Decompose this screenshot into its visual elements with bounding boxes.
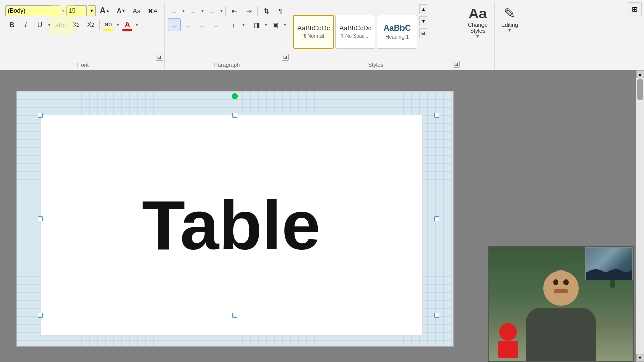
- handle-mid-top[interactable]: [232, 113, 237, 118]
- multilevel-list-button[interactable]: ≡: [205, 4, 218, 17]
- paragraph-row1: ≡ ▼ ≡ ▼ ≡ ▼ ⇤ ⇥ ⇅ ¶: [168, 4, 287, 17]
- change-styles-dropdown[interactable]: ▼: [475, 34, 480, 39]
- line-spacing-dropdown[interactable]: ▼: [242, 23, 246, 27]
- style-normal-card[interactable]: AaBbCcDc ¶ Normal: [293, 15, 334, 49]
- align-center-icon: ≡: [186, 21, 190, 29]
- italic-button[interactable]: I: [19, 18, 32, 31]
- style-cards-container: AaBbCcDc ¶ Normal AaBbCcDc ¶ No Spaci...…: [293, 4, 417, 59]
- font-group-dialog-launcher[interactable]: ⊡: [156, 54, 163, 61]
- line-spacing-button[interactable]: ↕: [227, 18, 240, 31]
- elmo-head: [499, 323, 517, 341]
- underline-dropdown[interactable]: ▼: [47, 23, 51, 27]
- bullet-list-button[interactable]: ≡: [168, 4, 181, 17]
- styles-scroll-down[interactable]: ▼: [419, 16, 427, 26]
- numbered-list-button[interactable]: ≡: [187, 4, 200, 17]
- numbering-dropdown[interactable]: ▼: [201, 9, 205, 13]
- editing-section[interactable]: ✎ Editing ▼: [495, 2, 525, 70]
- style-normal-preview: AaBbCcDc: [298, 24, 330, 32]
- outdent-button[interactable]: ⇤: [228, 4, 241, 17]
- font-name-dropdown-arrow[interactable]: ▼: [61, 9, 65, 13]
- style-nospacing-card[interactable]: AaBbCcDc ¶ No Spaci...: [335, 15, 375, 49]
- font-name-input[interactable]: [5, 5, 60, 16]
- multilevel-dropdown[interactable]: ▼: [219, 9, 223, 13]
- font-separator: [99, 20, 100, 30]
- align-left-button[interactable]: ≡: [168, 18, 181, 31]
- styles-group-dialog-launcher[interactable]: ⊡: [453, 61, 460, 68]
- align-center-button[interactable]: ≡: [182, 18, 195, 31]
- font-color-dropdown[interactable]: ▼: [135, 23, 139, 27]
- font-group-label: Font: [77, 62, 89, 68]
- elmo-toy: [497, 323, 519, 356]
- list-separator: [225, 6, 226, 16]
- align-justify-icon: ≡: [214, 21, 218, 29]
- text-highlight-button[interactable]: ab: [102, 18, 115, 31]
- font-group: ▼ ▼ A▲ A▼ Aa ✖A B I U ▼ abc X2 X2: [2, 2, 165, 70]
- grow-font-button[interactable]: A▲: [97, 4, 113, 17]
- bold-button[interactable]: B: [5, 18, 18, 31]
- borders-button[interactable]: ▣: [269, 18, 282, 31]
- highlight-dropdown[interactable]: ▼: [116, 23, 120, 27]
- style-heading1-label: Heading 1: [386, 34, 409, 40]
- change-styles-section[interactable]: Aa ChangeStyles ▼: [461, 2, 495, 70]
- shrink-font-button[interactable]: A▼: [114, 4, 129, 17]
- handle-corner-tr[interactable]: [434, 113, 439, 118]
- scroll-track[interactable]: [636, 78, 644, 354]
- editing-dropdown[interactable]: ▼: [507, 28, 512, 33]
- webcam-overlay: [488, 246, 634, 362]
- handle-mid-bottom[interactable]: [232, 313, 237, 318]
- clear-formatting-button[interactable]: ✖A: [145, 4, 161, 17]
- style-nospacing-preview: AaBbCcDc: [340, 24, 372, 32]
- bridge-silhouette: [586, 264, 632, 280]
- handle-corner-tl[interactable]: [38, 113, 43, 118]
- pilcrow-button[interactable]: ¶: [274, 4, 287, 17]
- document-page[interactable]: Table: [40, 115, 423, 336]
- sort-button[interactable]: ⇅: [260, 4, 273, 17]
- sort-icon: ⇅: [264, 7, 269, 15]
- indent-button[interactable]: ⇥: [242, 4, 255, 17]
- indent-separator: [257, 6, 258, 16]
- shading-button[interactable]: ◨: [250, 18, 263, 31]
- change-case-button[interactable]: Aa: [130, 4, 144, 17]
- document-main-text: Table: [142, 190, 320, 260]
- change-styles-button[interactable]: Aa ChangeStyles ▼: [465, 4, 490, 41]
- styles-more-button[interactable]: ⊟: [419, 28, 427, 38]
- vertical-scrollbar[interactable]: ▲ ▼: [636, 70, 644, 362]
- line-spacing-icon: ↕: [232, 21, 235, 29]
- handle-mid-left[interactable]: [38, 216, 43, 221]
- document-area: ▲ ▼ Table: [0, 70, 644, 362]
- font-size-input[interactable]: [66, 5, 87, 16]
- ribbon: ▼ ▼ A▲ A▼ Aa ✖A B I U ▼ abc X2 X2: [0, 0, 644, 70]
- scroll-up-arrow[interactable]: ▲: [636, 70, 645, 78]
- superscript-button[interactable]: X2: [84, 18, 97, 31]
- styles-scroll-up[interactable]: ▲: [419, 4, 427, 14]
- style-heading1-card[interactable]: AaBbC Heading 1: [377, 15, 417, 49]
- styles-group-label: Styles: [368, 62, 383, 68]
- layout-options-button[interactable]: ⊞: [628, 2, 642, 16]
- borders-dropdown[interactable]: ▼: [283, 23, 287, 27]
- scroll-thumb[interactable]: [637, 79, 643, 100]
- handle-corner-br[interactable]: [434, 313, 439, 318]
- font-size-dropdown[interactable]: ▼: [88, 5, 96, 16]
- canvas-area: Table: [16, 90, 454, 347]
- underline-button[interactable]: U: [33, 18, 46, 31]
- editing-button[interactable]: ✎ Editing ▼: [499, 4, 521, 35]
- handle-mid-right[interactable]: [434, 216, 439, 221]
- scroll-down-arrow[interactable]: ▼: [636, 354, 645, 362]
- style-nospacing-label: ¶ No Spaci...: [341, 33, 370, 39]
- handle-corner-bl[interactable]: [38, 313, 43, 318]
- font-row2: B I U ▼ abc X2 X2 ab ▼ A ▼: [5, 18, 161, 31]
- numbered-list-icon: ≡: [191, 7, 195, 15]
- bullet-dropdown[interactable]: ▼: [182, 9, 186, 13]
- subscript-button[interactable]: X2: [70, 18, 83, 31]
- shading-dropdown[interactable]: ▼: [264, 23, 268, 27]
- align-justify-button[interactable]: ≡: [210, 18, 223, 31]
- align-left-icon: ≡: [172, 21, 176, 29]
- align-right-button[interactable]: ≡: [196, 18, 209, 31]
- change-styles-label: ChangeStyles: [468, 22, 488, 34]
- font-row1: ▼ ▼ A▲ A▼ Aa ✖A: [5, 4, 161, 17]
- font-color-button[interactable]: A: [121, 18, 134, 31]
- borders-icon: ▣: [272, 21, 278, 29]
- handle-rotation[interactable]: [232, 93, 238, 99]
- strikethrough-button[interactable]: abc: [52, 18, 69, 31]
- paragraph-group-dialog-launcher[interactable]: ⊡: [282, 54, 289, 61]
